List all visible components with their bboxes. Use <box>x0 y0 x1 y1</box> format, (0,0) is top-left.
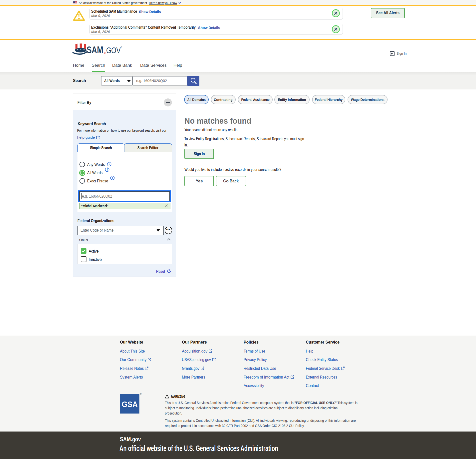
svg-text:i: i <box>112 176 113 180</box>
svg-text:i: i <box>109 163 110 166</box>
svg-text:i: i <box>107 168 108 171</box>
svg-text:SAM: SAM <box>87 44 103 55</box>
svg-text:GSA: GSA <box>122 400 138 409</box>
svg-text:®: ® <box>121 46 122 48</box>
svg-text:GOV: GOV <box>106 46 121 55</box>
